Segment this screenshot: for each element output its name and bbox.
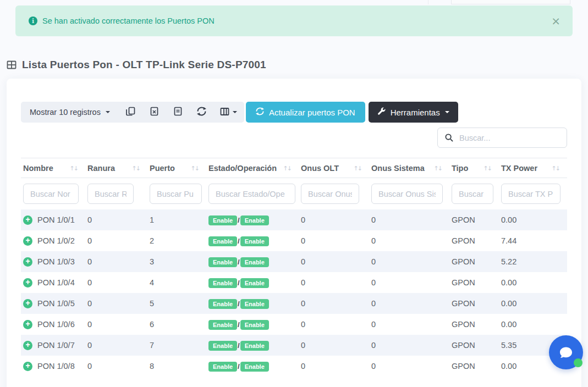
filter-input-tx-power[interactable] [501,184,560,204]
filter-input-onus-olt[interactable] [301,184,359,204]
expand-row-icon[interactable]: + [23,320,32,329]
page-title: Lista Puertos Pon - OLT TP-Link Serie DS… [7,59,588,71]
puerto-cell: 7 [147,335,206,356]
sort-icon: ↑↓ [132,165,140,172]
estado-operacion-cell: Enable/Enable [206,335,299,356]
estado-badge: Enable [208,320,237,330]
table-row: +PON 1/0/404Enable/Enable00GPON0.00 [21,272,567,293]
tx-power-cell: 0.00 [499,272,567,293]
tipo-cell: GPON [449,293,499,314]
column-header-nombre[interactable]: ↑↓Nombre [21,158,85,178]
ranura-cell: 0 [85,314,147,335]
estado-badge: Enable [208,215,237,225]
chevron-down-icon [445,111,449,113]
estado-separator: / [238,237,240,245]
alert-close-button[interactable]: × [551,15,560,26]
ranura-cell: 0 [85,272,147,293]
onus-olt-cell: 0 [299,251,369,272]
ranura-cell: 0 [85,293,147,314]
column-header-tx-power[interactable]: ↑↓TX Power [499,158,567,178]
expand-row-icon[interactable]: + [23,236,32,246]
column-visibility-button[interactable] [213,102,244,123]
filter-input-tipo[interactable] [452,184,493,204]
file-export-button[interactable] [166,102,190,123]
table-row: +PON 1/0/606Enable/Enable00GPON0.00 [21,314,567,335]
columns-icon [220,107,229,118]
port-name: PON 1/0/2 [37,236,75,245]
navbar-divider [428,0,428,4]
expand-row-icon[interactable]: + [23,299,32,308]
estado-badge: Enable [208,236,237,246]
alert-message: Se han activado correctamente los Puerto… [42,16,215,25]
sort-icon: ↑↓ [283,165,291,172]
filter-input-nombre[interactable] [23,184,79,204]
estado-operacion-cell: Enable/Enable [206,314,299,335]
sort-icon: ↑↓ [70,165,78,172]
tipo-cell: GPON [449,272,499,293]
operacion-badge: Enable [240,215,269,225]
onus-olt-cell: 0 [299,272,369,293]
excel-icon [150,107,158,118]
expand-row-icon[interactable]: + [23,362,32,371]
column-header-estado-operacion[interactable]: ↑↓Estado/Operación [206,158,299,178]
update-pon-ports-button[interactable]: Actualizar puertos PON [246,102,365,123]
port-name: PON 1/0/1 [37,215,75,224]
port-name: PON 1/0/8 [37,362,75,371]
ranura-cell: 0 [85,335,147,356]
ranura-cell: 0 [85,230,147,251]
chat-bubble-icon [557,344,575,361]
table-toolbar: Mostrar 10 registros [21,102,567,123]
show-records-label: Mostrar 10 registros [30,108,101,117]
column-header-ranura[interactable]: ↑↓Ranura [85,158,147,178]
operacion-badge: Enable [240,257,269,267]
onus-sistema-cell: 0 [369,356,449,377]
puerto-cell: 3 [147,251,206,272]
expand-row-icon[interactable]: + [23,257,32,267]
expand-row-icon[interactable]: + [23,278,32,288]
search-input[interactable] [459,134,559,142]
estado-separator: / [238,362,240,371]
operacion-badge: Enable [240,362,269,372]
column-header-tipo[interactable]: ↑↓Tipo [449,158,499,178]
puerto-cell: 1 [147,209,206,230]
tx-power-cell: 0.00 [499,209,567,230]
estado-operacion-cell: Enable/Enable [206,356,299,377]
port-name: PON 1/0/4 [37,278,75,287]
expand-row-icon[interactable]: + [23,341,32,350]
tx-power-cell: 0.00 [499,293,567,314]
sort-icon: ↑↓ [483,165,491,172]
port-name: PON 1/0/5 [37,299,75,308]
reload-table-button[interactable] [190,102,213,123]
filter-input-puerto[interactable] [150,184,202,204]
estado-badge: Enable [208,299,237,309]
tipo-cell: GPON [449,335,499,356]
tipo-cell: GPON [449,356,499,377]
global-search [437,128,567,148]
refresh-icon [197,107,206,118]
table-row: +PON 1/0/303Enable/Enable00GPON5.22 [21,251,567,272]
tools-label: Herramientas [391,108,440,117]
copy-button[interactable] [119,102,142,123]
file-lines-icon [174,107,182,118]
excel-export-button[interactable] [142,102,166,123]
sync-icon [256,107,264,117]
expand-row-icon[interactable]: + [23,215,32,225]
filter-input-onus-sistema[interactable] [371,184,443,204]
search-icon [445,134,453,142]
filter-input-ranura[interactable] [87,184,134,204]
column-header-puerto[interactable]: ↑↓Puerto [147,158,206,178]
table-row: +PON 1/0/808Enable/Enable00GPON0.00 [21,356,567,377]
onus-sistema-cell: 0 [369,251,449,272]
page-title-text: Lista Puertos Pon - OLT TP-Link Serie DS… [22,59,266,71]
show-records-dropdown[interactable]: Mostrar 10 registros [21,102,119,123]
column-header-onus-sistema[interactable]: ↑↓Onus Sistema [369,158,449,178]
estado-separator: / [238,216,240,224]
column-header-onus-olt[interactable]: ↑↓Onus OLT [299,158,369,178]
tipo-cell: GPON [449,230,499,251]
table-row: +PON 1/0/707Enable/Enable00GPON5.35 [21,335,567,356]
tx-power-cell: 7.44 [499,230,567,251]
filter-input-estado-operacion[interactable] [208,184,295,204]
puerto-cell: 6 [147,314,206,335]
table-row: +PON 1/0/202Enable/Enable00GPON7.44 [21,230,567,251]
tools-dropdown-button[interactable]: Herramientas [369,102,458,123]
